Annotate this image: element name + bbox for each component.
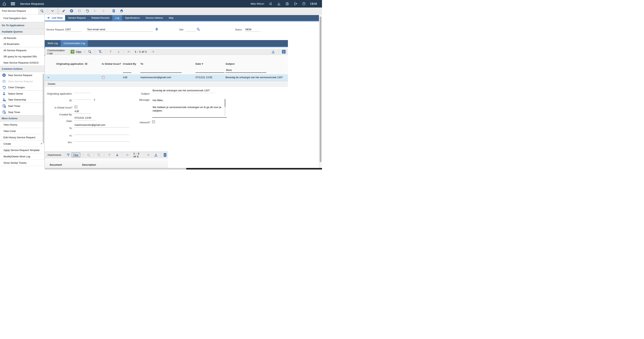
action-view-history[interactable]: View History [0, 122, 44, 128]
filter-link[interactable]: Filter [72, 153, 80, 157]
sidebar-section-go-to[interactable]: Go To Applications [0, 22, 44, 28]
profile-icon[interactable] [286, 2, 289, 6]
search-rows-icon[interactable] [88, 50, 92, 54]
logout-icon[interactable] [294, 2, 297, 6]
col-is-global-issue[interactable]: Is Global Issue? [102, 62, 121, 65]
move-down-icon[interactable] [115, 153, 119, 157]
filter-subject-input[interactable]: Beve [226, 68, 266, 73]
search-icon[interactable] [40, 9, 44, 13]
page-horizontal-scrollbar[interactable] [0, 168, 322, 170]
action-select-owner[interactable]: Select Owner [0, 90, 44, 97]
chevron-right-icon[interactable] [82, 154, 85, 156]
home-button[interactable] [0, 0, 8, 8]
site-select-icon[interactable] [196, 27, 200, 31]
sidebar-section-more-actions[interactable]: More Actions [0, 115, 44, 122]
chevron-down-icon[interactable] [51, 9, 54, 13]
action-new-service-request[interactable]: New Service Request [0, 72, 44, 78]
clear-changes-icon[interactable] [86, 9, 89, 13]
announcements-icon[interactable] [269, 2, 272, 6]
date-field[interactable]: 07/12/21 13:55 [74, 116, 96, 120]
action-take-ownership[interactable]: Take Ownership [0, 97, 44, 103]
tab-map[interactable]: Map [166, 15, 176, 20]
sr-number-field[interactable]: 1337 [65, 26, 82, 32]
sidebar-section-available-queries[interactable]: Available Queries [0, 28, 44, 35]
is-global-issue-checkbox[interactable] [74, 106, 78, 108]
sidebar-item-new-sr-gasco[interactable]: New Service Requests GASCO [0, 60, 44, 66]
scrollbar-track[interactable] [45, 168, 186, 170]
col-subject[interactable]: Subject [226, 62, 234, 65]
subtab-work-log[interactable]: Work Log [45, 40, 61, 46]
action-modify-delete-work-log[interactable]: Modify/Delete Work Log [0, 153, 44, 160]
col-created-by[interactable]: Created By [123, 62, 136, 65]
reports-chart-icon[interactable] [277, 2, 281, 6]
to-field[interactable]: maximosecrets@gmail.com [74, 124, 130, 128]
sidebar-scrollbar[interactable] [43, 74, 44, 144]
action-show-similar-tickets[interactable]: Show Similar Tickets [0, 160, 44, 166]
action-view-costs[interactable]: View Costs [0, 128, 44, 134]
subtab-communication-log[interactable]: Communication Log [61, 40, 88, 46]
id-detail-menu-icon[interactable] [93, 98, 96, 101]
collapse-section-button[interactable] [164, 153, 166, 157]
download-icon[interactable] [154, 153, 158, 157]
col-to[interactable]: To [140, 62, 143, 65]
commlog-row[interactable]: AJE maximosecrets@gmail.com 07/12/21 13:… [45, 74, 288, 81]
print-icon[interactable] [120, 9, 124, 13]
subject-field[interactable]: Bevestig de ontvangst van het servicever… [152, 89, 216, 93]
download-icon[interactable] [271, 50, 275, 54]
filter-icon[interactable] [66, 153, 70, 157]
row-expand-icon[interactable] [47, 76, 50, 79]
tab-service-request[interactable]: Service Request [65, 15, 88, 20]
col-description[interactable]: Description [82, 163, 96, 166]
filter-created-by-input[interactable] [123, 68, 131, 73]
message-scrollbar[interactable] [224, 98, 226, 116]
filter-to-input[interactable] [140, 68, 182, 73]
action-apply-sr-template[interactable]: Apply Service Request Template [0, 147, 44, 153]
sidebar-item-all-bookmarks[interactable]: All Bookmarks [0, 41, 44, 47]
originating-application-field[interactable] [74, 89, 91, 93]
row-is-global-checkbox[interactable] [102, 76, 105, 79]
col-originating-application[interactable]: Originating application ID [56, 62, 88, 65]
find-record-input[interactable] [0, 7, 38, 14]
id-field[interactable] [74, 96, 91, 100]
message-textarea[interactable]: Hoi Mike, We hebben je serviceverzoek on… [152, 98, 227, 118]
tab-service-address[interactable]: Service Address [143, 15, 166, 20]
col-date[interactable]: Date [196, 62, 203, 65]
sidebar-item-sr-query[interactable]: SR query for my reported SRs [0, 53, 44, 60]
action-stop-timer[interactable]: Stop Timer [0, 109, 44, 115]
clear-filter-icon[interactable] [98, 50, 102, 54]
sidebar-section-common-actions[interactable]: Common Actions [0, 66, 44, 72]
find-navigation-input[interactable]: Find Navigation Item [0, 14, 44, 22]
sr-description-field[interactable]: Test email send [87, 26, 153, 32]
tab-list-view[interactable]: List View [45, 15, 65, 20]
created-by-field[interactable]: AJE [74, 110, 91, 114]
tab-related-records[interactable]: Related Records [88, 15, 112, 20]
col-document[interactable]: Document [50, 163, 62, 166]
filter-date-input[interactable] [196, 68, 224, 73]
tab-log[interactable]: Log [112, 15, 122, 20]
menu-icon[interactable] [11, 2, 15, 5]
tab-specifications[interactable]: Specifications [122, 15, 143, 20]
bcc-field[interactable] [74, 138, 130, 142]
action-clear-changes[interactable]: Clear Changes [0, 84, 44, 90]
action-edit-history-sr[interactable]: Edit History Service Request [0, 134, 44, 140]
save-icon [2, 79, 6, 83]
help-icon[interactable] [302, 2, 306, 6]
page-vertical-scrollbar[interactable] [319, 15, 322, 168]
new-record-icon[interactable] [70, 9, 73, 13]
user-name[interactable]: Mike Wilson [250, 2, 264, 5]
chevron-right-icon[interactable] [83, 50, 86, 53]
site-field[interactable] [185, 26, 196, 32]
filter-link[interactable]: Filter [76, 50, 82, 53]
cc-field[interactable] [74, 131, 130, 135]
action-start-timer[interactable]: Start Timer [0, 103, 44, 109]
filter-enabled-icon[interactable] [71, 50, 74, 54]
action-create-submenu[interactable]: Create [0, 140, 44, 147]
sidebar-item-all-service-requests[interactable]: All Service Requests [0, 47, 44, 53]
scrollbar-thumb[interactable] [320, 16, 322, 162]
reports-icon[interactable] [112, 9, 116, 13]
inbound-checkbox[interactable] [152, 120, 155, 123]
edit-icon[interactable] [62, 9, 66, 13]
collapse-section-button[interactable] [282, 50, 286, 54]
long-description-icon[interactable] [155, 28, 158, 31]
sidebar-item-all-records[interactable]: All Records [0, 35, 44, 41]
